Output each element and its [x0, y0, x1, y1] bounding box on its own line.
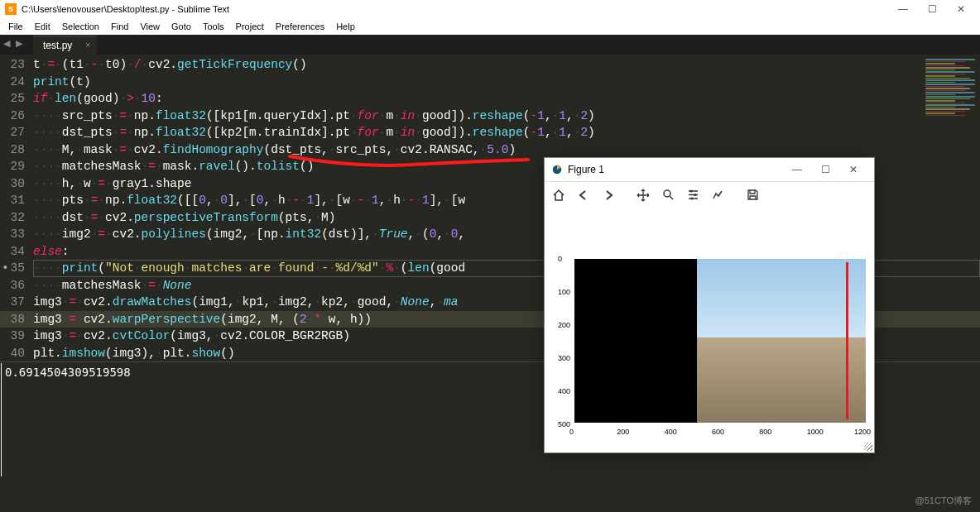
gutter-line-number: 39	[0, 328, 33, 345]
code-line-24[interactable]: 24print(t)	[0, 74, 980, 91]
window-title: C:\Users\lenovouser\Desktop\test.py - Su…	[22, 4, 889, 14]
menu-goto[interactable]: Goto	[166, 21, 196, 32]
zoom-icon[interactable]	[659, 186, 677, 204]
maximize-button[interactable]: ☐	[918, 0, 946, 18]
x-tick: 400	[665, 428, 677, 436]
minimize-button[interactable]: —	[889, 0, 917, 18]
figure-maximize-button[interactable]: ☐	[811, 160, 839, 179]
resize-grip-icon[interactable]	[864, 443, 872, 451]
gutter-line-number: 34	[0, 243, 33, 261]
svg-point-3	[694, 194, 696, 196]
menu-view[interactable]: View	[135, 21, 165, 32]
x-tick: 0	[569, 428, 574, 436]
sublime-icon: S	[5, 3, 17, 15]
y-tick: 400	[558, 387, 570, 395]
gutter-line-number: 29	[0, 158, 33, 175]
close-button[interactable]: ✕	[947, 0, 975, 18]
code-content[interactable]: print(t)	[33, 74, 980, 91]
y-tick: 200	[558, 321, 570, 329]
menu-bar: FileEditSelectionFindViewGotoToolsProjec…	[0, 18, 980, 35]
forward-icon[interactable]	[599, 186, 617, 204]
menu-find[interactable]: Find	[106, 21, 133, 32]
configure-icon[interactable]	[684, 186, 702, 204]
menu-preferences[interactable]: Preferences	[271, 21, 329, 32]
figure-toolbar	[545, 181, 874, 208]
menu-help[interactable]: Help	[331, 21, 360, 32]
menu-file[interactable]: File	[3, 21, 28, 32]
code-line-26[interactable]: 26····src_pts·=·np.float32([kp1[m.queryI…	[0, 108, 980, 125]
gutter-line-number: 30	[0, 175, 33, 193]
gutter-line-number: 27	[0, 124, 33, 141]
minimap[interactable]	[925, 58, 975, 141]
tab-close-icon[interactable]: ×	[85, 40, 90, 50]
home-icon[interactable]	[550, 186, 568, 204]
gutter-line-number: 23	[0, 56, 33, 74]
matplotlib-icon	[551, 164, 563, 175]
gutter-line-number: 40	[0, 345, 33, 362]
figure-canvas[interactable]: 0100200300400500 020040060080010001200	[545, 208, 874, 452]
menu-project[interactable]: Project	[231, 21, 269, 32]
y-tick: 500	[558, 420, 570, 428]
x-tick: 600	[712, 428, 724, 436]
code-content[interactable]: ····M,·mask·=·cv2.findHomography(dst_pts…	[33, 141, 980, 159]
menu-selection[interactable]: Selection	[57, 21, 104, 32]
save-icon[interactable]	[743, 186, 761, 204]
gutter-line-number: 33	[0, 226, 33, 243]
gutter-line-number: 32	[0, 209, 33, 227]
figure-window[interactable]: Figure 1 — ☐ ✕	[544, 157, 875, 453]
gutter-line-number: 26	[0, 108, 33, 125]
gutter-line-number: 35	[0, 260, 33, 277]
gutter-line-number: 25	[0, 90, 33, 108]
menu-tools[interactable]: Tools	[198, 21, 229, 32]
y-tick: 100	[558, 288, 570, 296]
tab-bar: test.py ×	[0, 35, 980, 55]
gutter-line-number: 24	[0, 74, 33, 91]
code-content[interactable]: ····src_pts·=·np.float32([kp1[m.queryIdx…	[33, 108, 980, 125]
console-output-line: 0.6914504309519598	[5, 366, 131, 379]
svg-point-1	[664, 190, 670, 197]
gutter-line-number: 37	[0, 294, 33, 311]
axes-icon[interactable]	[709, 186, 727, 204]
x-tick: 1000	[807, 428, 824, 436]
x-tick: 200	[617, 428, 629, 436]
code-line-25[interactable]: 25if·len(good)·>·10:	[0, 90, 980, 108]
gutter-line-number: 38	[0, 311, 33, 328]
code-content[interactable]: t·=·(t1·-·t0)·/·cv2.getTickFrequency()	[33, 56, 980, 74]
tab-testpy[interactable]: test.py ×	[33, 36, 97, 55]
tab-label: test.py	[43, 40, 72, 51]
y-tick: 0	[558, 255, 562, 263]
title-bar: S C:\Users\lenovouser\Desktop\test.py - …	[0, 0, 980, 18]
figure-minimize-button[interactable]: —	[783, 160, 811, 179]
gutter-line-number: 36	[0, 277, 33, 294]
plot-image	[574, 259, 866, 423]
x-tick: 800	[759, 428, 771, 436]
code-line-23[interactable]: 23t·=·(t1·-·t0)·/·cv2.getTickFrequency()	[0, 56, 980, 74]
code-line-28[interactable]: 28····M,·mask·=·cv2.findHomography(dst_p…	[0, 141, 980, 159]
figure-title: Figure 1	[568, 164, 783, 175]
figure-close-button[interactable]: ✕	[839, 160, 867, 179]
x-tick: 1200	[854, 428, 871, 436]
code-content[interactable]: if·len(good)·>·10:	[33, 90, 980, 108]
svg-point-2	[689, 190, 692, 193]
back-icon[interactable]	[574, 186, 593, 204]
figure-title-bar[interactable]: Figure 1 — ☐ ✕	[545, 158, 874, 181]
code-content[interactable]: ····dst_pts·=·np.float32([kp2[m.trainIdx…	[33, 124, 980, 141]
code-line-27[interactable]: 27····dst_pts·=·np.float32([kp2[m.trainI…	[0, 124, 980, 141]
gutter-line-number: 28	[0, 141, 33, 159]
y-tick: 300	[558, 354, 570, 362]
pan-icon[interactable]	[634, 186, 652, 204]
menu-edit[interactable]: Edit	[30, 21, 55, 32]
gutter-line-number: 31	[0, 192, 33, 209]
watermark: @51CTO博客	[915, 495, 972, 507]
svg-point-4	[690, 198, 693, 200]
